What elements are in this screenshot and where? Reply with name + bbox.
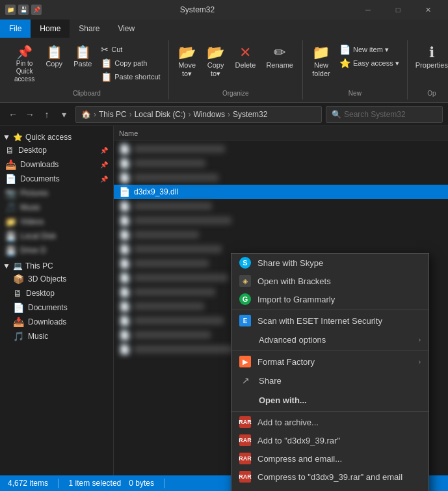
file-list-header: Name (114, 126, 448, 140)
new-group: 📁 Newfolder 📄 New item ▾ ⭐ Easy access ▾… (303, 40, 408, 100)
desktop-label: Desktop (18, 146, 96, 155)
paste-button[interactable]: 📋 Paste (70, 43, 96, 71)
ctx-share[interactable]: ↗ Share (231, 371, 428, 390)
downloads-icon: 📥 (5, 159, 16, 170)
ctx-open-brackets[interactable]: ◈ Open with Brackets (231, 272, 428, 290)
path-windows[interactable]: Windows (193, 110, 225, 119)
documents-icon: 📄 (5, 174, 16, 184)
forward-button[interactable]: → (22, 107, 38, 122)
back-button[interactable]: ← (5, 107, 21, 122)
close-button[interactable]: ✕ (413, 0, 443, 20)
ctx-sep-1 (231, 310, 428, 310)
sidebar-item-desktop2[interactable]: 🖥 Desktop (0, 286, 113, 300)
compress-email-label: Compress and email... (257, 454, 421, 464)
ctx-format-factory[interactable]: ▶ Format Factory › (231, 352, 428, 371)
delete-label: Delete (235, 61, 256, 70)
rename-button[interactable]: ✏ Rename (262, 43, 297, 72)
path-local-disk[interactable]: Local Disk (C:) (135, 110, 186, 119)
sidebar-item-downloads2[interactable]: 📥 Downloads (0, 315, 113, 329)
ctx-add-rar[interactable]: RAR Add to "d3dx9_39.rar" (231, 431, 428, 449)
properties-button[interactable]: ℹ Properties (413, 43, 448, 72)
new-folder-button[interactable]: 📁 Newfolder (308, 43, 334, 81)
tab-home[interactable]: Home (31, 20, 70, 38)
easy-access-icon: ⭐ (339, 58, 350, 68)
recent-button[interactable]: ▾ (56, 107, 72, 122)
search-placeholder: Search System32 (344, 110, 406, 119)
copy-button[interactable]: 📋 Copy (41, 43, 67, 71)
ctx-open-with[interactable]: Open with... (231, 390, 428, 410)
ctx-advanced[interactable]: Advanced options › (231, 330, 428, 349)
new-item-button[interactable]: 📄 New item ▾ (337, 43, 402, 56)
paste-shortcut-icon: 📋 (101, 72, 112, 82)
maximize-button[interactable]: □ (383, 0, 413, 20)
sidebar-item-documents[interactable]: 📄 Documents 📌 (0, 172, 113, 186)
up-button[interactable]: ↑ (39, 107, 55, 122)
minimize-button[interactable]: ─ (353, 0, 383, 20)
ribbon: File Home Share View 📌 Pin to Quickacces… (0, 20, 448, 103)
paste-label: Paste (73, 60, 92, 68)
move-icon: 📂 (178, 46, 196, 60)
file-row-blurred-6[interactable]: 📄 (114, 228, 448, 242)
cut-label: Cut (111, 46, 122, 53)
tab-share[interactable]: Share (70, 20, 109, 38)
pin-icon: 📌 (31, 5, 42, 15)
ctx-add-archive[interactable]: RAR Add to archive... (231, 413, 428, 431)
copy-path-icon: 📋 (101, 58, 112, 68)
sidebar-item-music[interactable]: 🎵 Music (0, 329, 113, 343)
file-row-blurred-1[interactable]: 📄 (114, 142, 448, 156)
search-icon: 🔍 (332, 110, 341, 119)
paste-shortcut-button[interactable]: 📋 Paste shortcut (98, 70, 163, 83)
sidebar-item-desktop[interactable]: 🖥 Desktop 📌 (0, 143, 113, 157)
move-to-button[interactable]: 📂 Moveto▾ (174, 43, 200, 81)
tab-file[interactable]: File (0, 20, 31, 38)
file-row-blurred-3[interactable]: 📄 (114, 170, 448, 185)
easy-access-button[interactable]: ⭐ Easy access ▾ (337, 57, 402, 70)
new-small-btns: 📄 New item ▾ ⭐ Easy access ▾ (337, 43, 402, 70)
window-controls[interactable]: ─ □ ✕ (353, 0, 443, 20)
search-box[interactable]: 🔍 Search System32 (326, 106, 443, 123)
ribbon-tabs: File Home Share View (0, 20, 448, 38)
cut-button[interactable]: ✂ Cut (98, 43, 163, 56)
file-row-selected[interactable]: 📄 d3dx9_39.dll (114, 185, 448, 199)
ctx-eset[interactable]: E Scan with ESET Internet Security (231, 312, 428, 330)
path-system32[interactable]: System32 (233, 110, 267, 119)
main-area: ▼ ⭐ Quick access 🖥 Desktop 📌 📥 Downloads… (0, 126, 448, 486)
rename-label: Rename (266, 61, 293, 70)
compress-email-icon: RAR (239, 453, 251, 464)
copy-path-button[interactable]: 📋 Copy path (98, 57, 163, 70)
sidebar-item-3d[interactable]: 📦 3D Objects (0, 272, 113, 286)
pin-indicator: 📌 (100, 147, 108, 154)
ctx-compress-rar-email[interactable]: RAR Compress to "d3dx9_39.rar" and email (231, 468, 428, 486)
quick-access-label: Quick access (25, 133, 72, 142)
file-row-blurred-4[interactable]: 📄 (114, 199, 448, 213)
share-label: Share (259, 376, 421, 386)
selected-file-name: d3dx9_39.dll (134, 187, 178, 196)
share-icon: ↗ (239, 374, 252, 387)
organize-buttons: 📂 Moveto▾ 📂 Copyto▾ ✕ Delete ✏ Rename (174, 43, 297, 86)
copy-to-button[interactable]: 📂 Copyto▾ (203, 43, 229, 81)
delete-button[interactable]: ✕ Delete (231, 43, 260, 72)
pin-to-quick-button[interactable]: 📌 Pin to Quickaccess (10, 43, 38, 86)
ctx-compress-email[interactable]: RAR Compress and email... (231, 449, 428, 468)
clipboard-label: Clipboard (73, 87, 101, 97)
copy-path-label: Copy path (114, 59, 147, 67)
file-row-blurred-2[interactable]: 📄 (114, 156, 448, 170)
sidebar-item-documents2[interactable]: 📄 Documents (0, 300, 113, 315)
ctx-restore[interactable]: Restore previous versions (231, 486, 428, 491)
sidebar-item-downloads[interactable]: 📥 Downloads 📌 (0, 157, 113, 172)
quick-access-header[interactable]: ▼ ⭐ Quick access (0, 129, 113, 143)
tab-view[interactable]: View (109, 20, 144, 38)
this-pc-header[interactable]: ▼ 💻 This PC (0, 258, 113, 272)
copy-to-icon: 📂 (207, 46, 224, 60)
this-pc-label: This PC (25, 261, 53, 271)
selected-file-icon: 📄 (119, 187, 130, 197)
downloads2-label: Downloads (28, 317, 108, 326)
ctx-grammarly[interactable]: G Import to Grammarly (231, 290, 428, 308)
brackets-icon: ◈ (239, 275, 251, 287)
address-path[interactable]: 🏠 › This PC › Local Disk (C:) › Windows … (75, 106, 322, 123)
file-row-blurred-5[interactable]: 📄 (114, 213, 448, 228)
ctx-share-skype[interactable]: S Share with Skype (231, 254, 428, 272)
path-this-pc[interactable]: This PC (99, 110, 127, 119)
advanced-label: Advanced options (259, 335, 412, 345)
this-pc-icon: 💻 (13, 261, 23, 271)
